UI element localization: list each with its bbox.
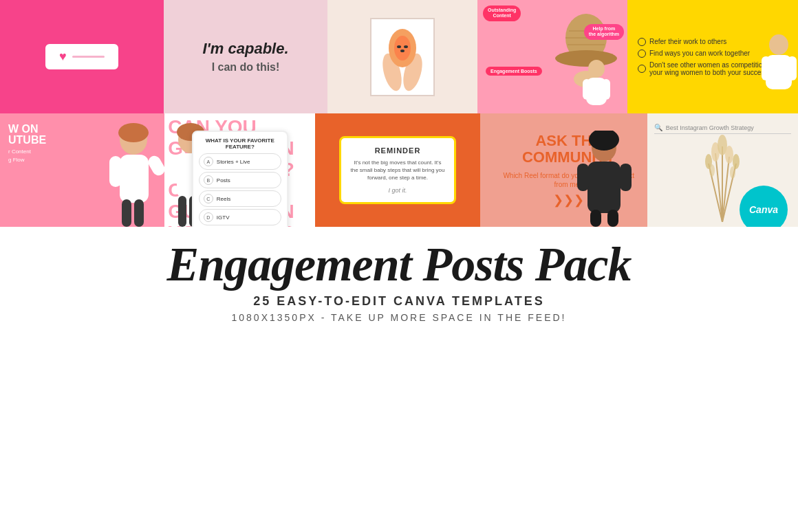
capable-text-line2: I can do this! xyxy=(212,61,280,74)
template-grid: ♥ I'm capable. I can do this! xyxy=(0,0,798,227)
guess-popup-title: WHAT IS YOUR FAVORITE FEATURE? xyxy=(199,137,281,150)
svg-point-3 xyxy=(394,36,411,60)
guess-option-a: A Stories + Live xyxy=(199,153,281,170)
reminder-card-title: REMINDER xyxy=(349,146,446,155)
canva-badge: Canva xyxy=(740,186,788,227)
svg-line-44 xyxy=(722,157,729,222)
guess-option-b: B Posts xyxy=(199,172,281,188)
svg-rect-32 xyxy=(168,156,178,180)
option-text-c: Reels xyxy=(217,196,230,202)
option-text-d: IGTV xyxy=(217,214,230,221)
option-letter-c: C xyxy=(204,194,213,203)
capable-text-line1: I'm capable. xyxy=(202,40,288,58)
svg-point-52 xyxy=(709,164,715,177)
youtube-person xyxy=(96,120,164,227)
svg-rect-26 xyxy=(122,199,131,227)
cell-algorithm: OutstandingContent Help fromthe algorith… xyxy=(477,0,627,113)
heart-line xyxy=(72,56,105,58)
svg-rect-39 xyxy=(620,164,632,191)
option-letter-d: D xyxy=(204,212,213,222)
checklist-person xyxy=(760,31,798,113)
cell-papaya xyxy=(327,0,477,113)
svg-point-49 xyxy=(725,146,733,164)
svg-rect-27 xyxy=(134,199,144,227)
outstanding-badge: OutstandingContent xyxy=(483,5,521,21)
cell-youtube: W ON UTUBE r Content g Flow xyxy=(0,113,164,227)
person-figure xyxy=(579,58,614,113)
cell-reminder: REMINDER It's not the big moves that cou… xyxy=(315,113,479,227)
reminder-card-body: It's not the big moves that count. It's … xyxy=(349,159,446,182)
svg-rect-25 xyxy=(146,154,164,178)
guess-popup: WHAT IS YOUR FAVORITE FEATURE? A Stories… xyxy=(192,131,288,227)
svg-point-13 xyxy=(588,60,605,78)
svg-rect-33 xyxy=(178,196,186,227)
yt-label: W ON UTUBE r Content g Flow xyxy=(8,124,46,163)
svg-rect-38 xyxy=(577,164,589,191)
svg-rect-19 xyxy=(762,56,770,80)
search-icon: 🔍 xyxy=(654,124,662,131)
yt-sub-2: g Flow xyxy=(8,157,46,163)
check-text-2: Find ways you can work together xyxy=(649,49,750,57)
person-svg xyxy=(579,58,614,113)
cell-checklist: Refer their work to others Find ways you… xyxy=(627,0,798,113)
check-circle-2 xyxy=(638,49,646,58)
papaya-frame xyxy=(371,19,433,95)
grid-row-1: ♥ I'm capable. I can do this! xyxy=(0,0,798,113)
reminder-card-button: I got it. xyxy=(349,187,446,194)
svg-rect-41 xyxy=(607,210,618,227)
algorithm-badge: Help fromthe algorithm xyxy=(584,24,624,40)
option-text-b: Posts xyxy=(217,177,230,184)
svg-point-4 xyxy=(397,45,401,48)
check-circle-3 xyxy=(638,65,646,73)
engagement-badge: Engagement Boosts xyxy=(486,67,542,76)
option-letter-b: B xyxy=(204,175,213,185)
heart-badge: ♥ xyxy=(44,43,120,71)
subtitle-sub: 1080x1350PX - TAKE UP MORE SPACE IN THE … xyxy=(14,312,784,323)
cell-capable: I'm capable. I can do this! xyxy=(164,0,327,113)
person-svg-2 xyxy=(760,31,798,113)
community-person xyxy=(575,131,634,227)
subtitle-main: 25 EASY-TO-EDIT CANVA TEMPLATES xyxy=(14,294,784,309)
guess-option-d: D IGTV xyxy=(199,209,281,225)
option-text-a: Stories + Live xyxy=(217,159,250,165)
heart-icon: ♥ xyxy=(59,49,67,64)
canva-label: Canva xyxy=(749,204,778,215)
svg-point-6 xyxy=(400,49,405,52)
papaya-illustration xyxy=(375,21,430,93)
svg-point-53 xyxy=(730,166,735,179)
svg-point-5 xyxy=(404,45,408,48)
community-person-svg xyxy=(575,131,634,227)
search-bar: 🔍 Best Instagram Growth Strategy xyxy=(654,124,791,134)
page-title: Engagement Posts Pack xyxy=(14,241,784,289)
svg-rect-20 xyxy=(788,56,797,80)
svg-rect-23 xyxy=(120,155,149,203)
reminder-card: REMINDER It's not the big moves that cou… xyxy=(339,136,456,205)
svg-rect-37 xyxy=(587,162,621,213)
svg-point-22 xyxy=(118,123,149,142)
yt-sub-1: r Content xyxy=(8,148,46,155)
check-text-1: Refer their work to others xyxy=(649,38,726,45)
cell-guess-poll: CAN YOU GUESS? CAN YOU GUESS? CAN YOU GU… xyxy=(164,113,315,227)
check-circle-1 xyxy=(638,38,646,46)
guess-option-c: C Reels xyxy=(199,190,281,207)
yt-text-now: W ON xyxy=(8,124,46,135)
svg-rect-24 xyxy=(109,156,122,187)
youtube-person-svg xyxy=(96,120,164,227)
svg-rect-16 xyxy=(602,79,610,100)
cell-heart-badge: ♥ xyxy=(0,0,164,113)
cell-dry-flowers: 🔍 Best Instagram Growth Strategy xyxy=(647,113,798,227)
svg-rect-15 xyxy=(583,79,591,100)
bottom-section: Engagement Posts Pack 25 EASY-TO-EDIT CA… xyxy=(0,227,798,333)
svg-point-17 xyxy=(769,34,788,55)
svg-rect-40 xyxy=(590,210,601,227)
svg-line-42 xyxy=(715,153,722,222)
option-letter-a: A xyxy=(204,157,213,166)
grid-row-2: W ON UTUBE r Content g Flow xyxy=(0,113,798,227)
yt-text-tube: UTUBE xyxy=(8,135,46,146)
search-text: Best Instagram Growth Strategy xyxy=(666,124,754,131)
cell-community: ASK THE COMMUNITY Which Reel format do y… xyxy=(480,113,647,227)
